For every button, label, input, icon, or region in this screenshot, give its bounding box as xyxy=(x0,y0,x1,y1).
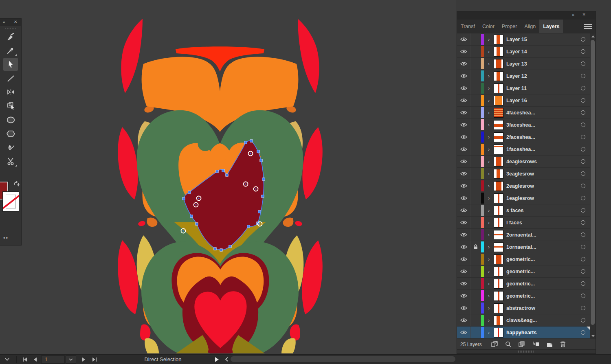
layer-thumbnail[interactable] xyxy=(494,291,503,301)
layer-name[interactable]: geometric... xyxy=(506,257,578,262)
collapse-panel-icon[interactable]: « xyxy=(3,20,5,24)
tab-layers[interactable]: Layers xyxy=(539,20,563,33)
next-artboard-button[interactable] xyxy=(79,355,89,364)
polygon-tool[interactable] xyxy=(3,127,18,140)
layer-row[interactable]: ›geometric... xyxy=(457,290,596,302)
layers-scrollbar-thumb[interactable] xyxy=(591,40,595,325)
line-segment-tool[interactable] xyxy=(3,72,18,85)
layer-thumbnail[interactable] xyxy=(494,83,503,93)
layer-name[interactable]: geometric... xyxy=(506,269,578,274)
target-circle-icon[interactable] xyxy=(578,269,588,274)
new-layer-icon[interactable] xyxy=(547,341,553,347)
scissors-tool[interactable] xyxy=(3,155,18,168)
visibility-eye-icon[interactable] xyxy=(457,229,470,241)
visibility-eye-icon[interactable] xyxy=(457,180,470,192)
tab-proper[interactable]: Proper xyxy=(498,20,521,33)
lock-toggle[interactable] xyxy=(470,119,481,131)
group-selection-tool[interactable] xyxy=(3,99,18,112)
clipping-mask-icon[interactable] xyxy=(519,341,525,347)
layer-thumbnail[interactable] xyxy=(494,96,503,105)
layer-row[interactable]: ›happyhearts xyxy=(457,327,596,339)
layer-name[interactable]: Layer 16 xyxy=(506,98,578,103)
layer-thumbnail[interactable] xyxy=(494,328,503,338)
target-circle-icon[interactable] xyxy=(578,208,588,213)
first-artboard-button[interactable] xyxy=(19,355,30,364)
layer-row[interactable]: ›geometric... xyxy=(457,265,596,278)
layer-name[interactable]: Layer 11 xyxy=(506,86,578,91)
visibility-eye-icon[interactable] xyxy=(457,217,470,228)
expand-chevron-icon[interactable]: › xyxy=(484,305,494,311)
expand-chevron-icon[interactable]: › xyxy=(484,220,494,226)
layer-thumbnail[interactable] xyxy=(494,35,503,44)
visibility-eye-icon[interactable] xyxy=(457,290,470,302)
zoom-dropdown-icon[interactable] xyxy=(0,355,14,364)
selection-tool[interactable] xyxy=(3,58,18,71)
layer-row[interactable]: ›Layer 16 xyxy=(457,94,596,107)
layer-name[interactable]: abstractrow xyxy=(506,305,578,311)
collect-for-export-icon[interactable] xyxy=(491,341,498,347)
paintbrush-tool[interactable] xyxy=(3,30,18,43)
tab-transf[interactable]: Transf xyxy=(457,20,479,33)
visibility-eye-icon[interactable] xyxy=(457,204,470,216)
edit-toolbar-dots[interactable]: •• xyxy=(3,235,9,241)
layer-name[interactable]: s faces xyxy=(506,208,578,213)
target-circle-icon[interactable] xyxy=(578,37,588,42)
visibility-eye-icon[interactable] xyxy=(457,314,470,326)
expand-chevron-icon[interactable]: › xyxy=(484,232,494,238)
layer-row[interactable]: ›claws&eag... xyxy=(457,314,596,327)
layer-thumbnail[interactable] xyxy=(494,145,503,154)
visibility-eye-icon[interactable] xyxy=(457,82,470,94)
layer-thumbnail[interactable] xyxy=(494,218,503,228)
layer-row[interactable]: ›abstractrow xyxy=(457,302,596,314)
expand-chevron-icon[interactable]: › xyxy=(484,257,494,262)
expand-chevron-icon[interactable]: › xyxy=(484,98,494,103)
lock-toggle[interactable] xyxy=(470,70,481,82)
previous-artboard-button[interactable] xyxy=(30,355,40,364)
close-panel-icon[interactable]: ✕ xyxy=(14,20,17,24)
lock-toggle[interactable] xyxy=(470,46,481,57)
visibility-eye-icon[interactable] xyxy=(457,33,470,45)
layer-thumbnail[interactable] xyxy=(494,59,503,69)
lock-toggle[interactable] xyxy=(470,107,481,118)
target-circle-icon[interactable] xyxy=(578,147,588,151)
layer-thumbnail[interactable] xyxy=(494,267,503,276)
expand-chevron-icon[interactable]: › xyxy=(484,49,494,55)
layer-row[interactable]: ›Layer 14 xyxy=(457,46,596,58)
layer-thumbnail[interactable] xyxy=(494,230,503,240)
lock-toggle[interactable] xyxy=(470,180,481,192)
layer-row[interactable]: ›1faceshea... xyxy=(457,143,596,156)
visibility-eye-icon[interactable] xyxy=(457,302,470,314)
layer-row[interactable]: ›3faceshea... xyxy=(457,119,596,131)
layer-thumbnail[interactable] xyxy=(494,108,503,118)
tab-color[interactable]: Color xyxy=(479,20,498,33)
scroll-up-icon[interactable] xyxy=(590,33,596,39)
lock-toggle[interactable] xyxy=(470,156,481,167)
target-circle-icon[interactable] xyxy=(578,196,588,200)
layer-row[interactable]: ›Layer 12 xyxy=(457,70,596,82)
visibility-eye-icon[interactable] xyxy=(457,168,470,180)
visibility-eye-icon[interactable] xyxy=(457,70,470,82)
layer-row[interactable]: ›s faces xyxy=(457,204,596,217)
visibility-eye-icon[interactable] xyxy=(457,265,470,277)
expand-chevron-icon[interactable]: › xyxy=(484,318,494,323)
expand-chevron-icon[interactable]: › xyxy=(484,293,494,299)
target-circle-icon[interactable] xyxy=(578,232,588,237)
lock-toggle[interactable] xyxy=(470,327,481,338)
lock-toggle[interactable] xyxy=(470,265,481,277)
expand-chevron-icon[interactable]: › xyxy=(484,86,494,91)
layer-name[interactable]: 3eaglesrow xyxy=(506,171,578,177)
target-circle-icon[interactable] xyxy=(578,49,588,54)
eyedropper-tool[interactable] xyxy=(3,44,18,57)
expand-chevron-icon[interactable]: › xyxy=(484,269,494,274)
layer-thumbnail[interactable] xyxy=(494,193,503,203)
swap-fill-stroke-icon[interactable] xyxy=(13,181,20,188)
target-circle-icon[interactable] xyxy=(578,281,588,286)
layer-row[interactable]: ›geometric... xyxy=(457,253,596,265)
visibility-eye-icon[interactable] xyxy=(457,278,470,289)
panel-menu-icon[interactable] xyxy=(584,23,592,29)
target-circle-icon[interactable] xyxy=(578,184,588,188)
target-circle-icon[interactable] xyxy=(578,74,588,78)
lock-toggle[interactable] xyxy=(470,143,481,155)
visibility-eye-icon[interactable] xyxy=(457,107,470,118)
expand-chevron-icon[interactable]: › xyxy=(484,122,494,128)
